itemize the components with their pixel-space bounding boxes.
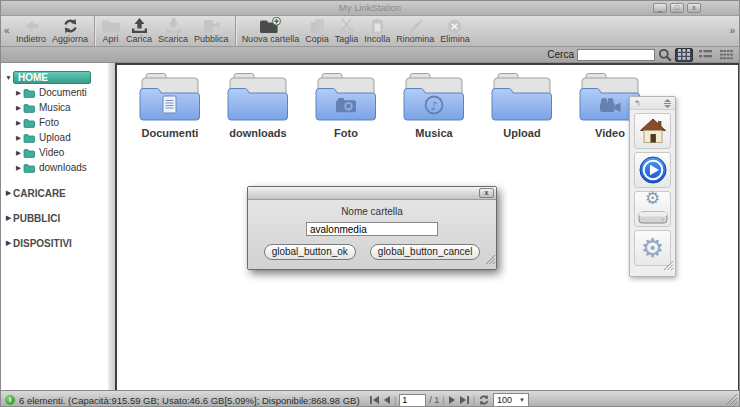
expand-twisty-icon[interactable]: ▶ [14,104,23,112]
quick-panel-header: ↰ [630,97,675,110]
collapse-twisty-icon[interactable]: ▼ [4,74,13,81]
home-shortcut-button[interactable] [634,113,671,149]
expand-twisty-icon[interactable]: ▶ [14,89,23,97]
sidebar-section-pubblici[interactable]: ▶ PUBBLICI [1,211,108,225]
sidebar-section-caricare[interactable]: ▶ CARICARE [1,186,108,200]
download-button[interactable]: Scarica [155,16,191,46]
expand-twisty-icon[interactable]: ▶ [4,239,13,247]
previous-page-button[interactable] [383,395,391,405]
expand-twisty-icon[interactable]: ▶ [14,164,23,172]
list-view-button[interactable] [696,48,714,62]
quick-launch-panel: ↰ [629,96,676,277]
sidebar-section-label: DISPOSITIVI [13,238,72,249]
page-number-input[interactable] [399,394,426,407]
close-button[interactable]: x [687,3,701,13]
folder-downloads[interactable]: downloads [214,72,302,139]
panel-resize-icon[interactable] [664,99,671,108]
expand-twisty-icon[interactable]: ▶ [14,134,23,142]
next-page-button[interactable] [448,395,456,405]
copy-button[interactable]: Copia [302,16,332,46]
window-title: My LinkStation [339,2,401,13]
toolbar: « » Indietro Aggiorna A [1,16,739,47]
dialog-cancel-button[interactable]: global_button_cancel [370,244,481,260]
panel-resize-grip[interactable] [664,256,673,274]
expand-twisty-icon[interactable]: ▶ [14,149,23,157]
expand-twisty-icon[interactable]: ▶ [4,214,13,222]
publish-button[interactable]: Pubblica [191,16,232,46]
last-page-button[interactable] [459,395,470,405]
window-resize-grip[interactable] [726,394,737,407]
status-info-text: 6 elementi. (Capacità:915.59 GB; Usato:4… [19,395,360,406]
title-bar: My LinkStation _ □ x [1,1,739,16]
search-bar: Cerca [1,47,739,63]
open-folder-icon [101,18,120,34]
restore-button[interactable]: □ [670,3,684,13]
folder-label: Documenti [142,127,199,139]
dialog-resize-grip[interactable] [486,250,495,268]
sidebar-section-dispositivi[interactable]: ▶ DISPOSITIVI [1,236,108,250]
sidebar-splitter[interactable] [108,63,115,390]
open-button[interactable]: Apri [98,16,123,46]
expand-twisty-icon[interactable]: ▶ [14,119,23,127]
panel-back-icon[interactable]: ↰ [634,99,641,108]
grid-view-button[interactable] [675,48,693,62]
gear-icon: ⚙ [641,235,664,261]
new-folder-button[interactable]: Nuova cartella [239,16,303,46]
sidebar-item-label: downloads [39,162,87,173]
sidebar-item-video[interactable]: ▶ Video [1,145,108,160]
pagination-separator: | [442,395,444,405]
folder-upload[interactable]: Upload [478,72,566,139]
scissors-icon [339,18,354,34]
folder-label: Musica [415,127,452,139]
back-button[interactable]: Indietro [13,16,49,46]
refresh-button[interactable]: Aggiorna [49,16,91,46]
search-icon[interactable] [658,48,672,62]
upload-button[interactable]: Carica [123,16,155,46]
sidebar-section-label: PUBBLICI [13,213,60,224]
folder-icon [23,118,35,128]
sidebar-item-downloads[interactable]: ▶ downloads [1,160,108,175]
reload-page-button[interactable] [478,394,490,406]
rename-button[interactable]: Rinomina [393,16,437,46]
pagination-separator: | [394,395,396,405]
home-label: HOME [13,71,91,84]
blue-folder-document-icon [137,72,203,122]
pagination: | / 1 | | 100 ▼ [369,393,529,407]
page-size-select[interactable]: 100 ▼ [493,393,529,407]
details-view-button[interactable] [717,48,735,62]
refresh-icon [62,18,79,34]
sidebar-item-musica[interactable]: ▶ Musica [1,100,108,115]
toolbar-collapse-right-icon[interactable]: » [729,25,735,36]
toolbar-collapse-left-icon[interactable]: « [4,25,10,36]
folder-foto[interactable]: Foto [302,72,390,139]
folder-label: Foto [334,127,358,139]
media-player-button[interactable] [634,152,671,188]
cut-button[interactable]: Taglia [332,16,362,46]
folder-name-input[interactable] [306,222,438,236]
folder-icon [23,133,35,143]
house-icon [639,118,667,145]
folder-musica[interactable]: ♪ Musica [390,72,478,139]
dialog-ok-button[interactable]: global_button_ok [264,244,356,260]
sidebar-item-home[interactable]: ▼ HOME [1,70,108,85]
minimize-button[interactable]: _ [653,3,667,13]
search-input[interactable] [577,49,655,61]
folder-documenti[interactable]: Documenti [126,72,214,139]
download-icon [165,18,182,34]
expand-twisty-icon[interactable]: ▶ [4,189,13,197]
first-page-button[interactable] [369,395,380,405]
dialog-title-bar[interactable]: x [248,187,496,200]
pencil-icon [408,18,423,34]
paste-button[interactable]: Incolla [361,16,393,46]
storage-settings-button[interactable]: ⚙ [634,191,671,227]
dialog-close-button[interactable]: x [479,188,494,198]
sidebar-item-foto[interactable]: ▶ Foto [1,115,108,130]
delete-button[interactable]: Elimina [437,16,473,46]
clipboard-icon [370,18,385,34]
music-note-icon: ♪ [430,99,438,113]
sidebar-item-upload[interactable]: ▶ Upload [1,130,108,145]
blue-folder-icon [489,72,555,122]
sidebar-item-label: Upload [39,132,71,143]
sidebar-item-documenti[interactable]: ▶ Documenti [1,85,108,100]
info-icon: i [5,395,15,405]
